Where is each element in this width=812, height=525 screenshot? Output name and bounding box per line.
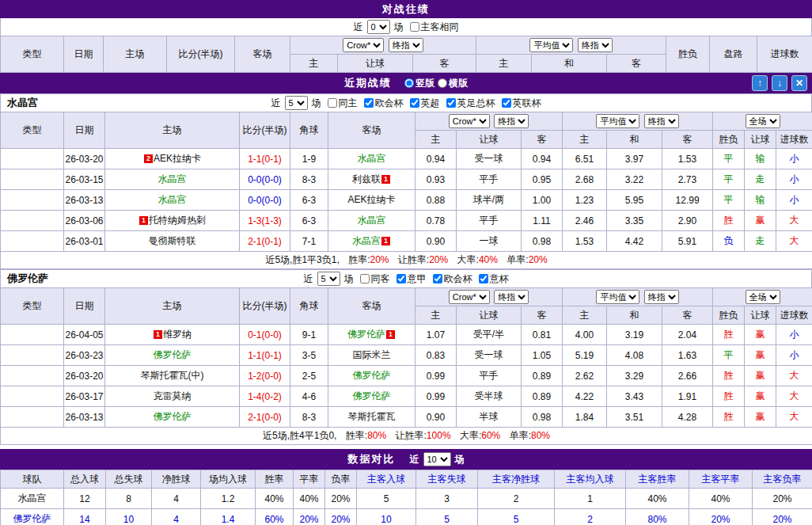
score: 2-1(0-0): [240, 407, 290, 428]
odds-time-select[interactable]: 终指: [494, 114, 529, 128]
team2-league-uecl-input[interactable]: [433, 274, 442, 283]
result: 胜: [713, 407, 745, 428]
team2-same-away-checkbox[interactable]: 同客: [357, 272, 390, 286]
goals-result: 大: [776, 231, 812, 252]
home-team-name[interactable]: 托特纳姆热刺: [149, 215, 206, 226]
same-home-away-checkbox-input[interactable]: [410, 22, 419, 32]
team1-league-eflcup-checkbox[interactable]: 英联杯: [499, 97, 541, 110]
average-select[interactable]: 平均值: [596, 114, 639, 128]
same-home-away-checkbox[interactable]: 主客相同: [407, 21, 459, 34]
avg-draw: 4.42: [607, 231, 662, 252]
home-team-name[interactable]: 琴斯托霍瓦(中): [141, 370, 204, 381]
comparison-near-select[interactable]: 10: [423, 452, 451, 466]
corner-score: 2-5: [290, 366, 328, 386]
bookmaker-select[interactable]: Crow*: [343, 38, 384, 52]
horizontal-layout-radio[interactable]: 横版: [434, 77, 468, 90]
team2-league-coppa-input[interactable]: [479, 274, 488, 283]
odds-time-select[interactable]: 终指: [494, 290, 529, 304]
home-team-cell: 琴斯托霍瓦(中): [105, 366, 240, 386]
home-team-name[interactable]: 克雷莫纳: [154, 390, 192, 401]
home-odds: 0.93: [415, 169, 457, 190]
team2-league-seriea-input[interactable]: [397, 274, 406, 283]
horizontal-radio-input[interactable]: [438, 78, 447, 88]
red-card-badge: 2: [144, 154, 153, 163]
home-team-cell: 1托特纳姆热刺: [105, 211, 240, 231]
average-time-select[interactable]: 终指: [644, 290, 679, 304]
team1-same-home-checkbox[interactable]: 同主: [324, 97, 358, 110]
stat-value: 4: [152, 489, 201, 509]
home-team-name[interactable]: 水晶宫: [158, 173, 187, 185]
col-result: 胜负: [666, 36, 710, 73]
team1-league-uecl-input[interactable]: [364, 98, 374, 108]
col-date: 日期: [64, 36, 104, 73]
team1-league-eflcup-input[interactable]: [502, 98, 511, 108]
full-match-select[interactable]: 全场: [746, 290, 780, 304]
team1-league-facup-input[interactable]: [446, 98, 456, 108]
vertical-layout-radio[interactable]: 竖版: [401, 77, 434, 90]
team2-same-away-checkbox-input[interactable]: [360, 274, 370, 283]
team1-league-uecl-checkbox[interactable]: 欧会杯: [361, 97, 404, 110]
home-team-name[interactable]: 佛罗伦萨: [154, 349, 192, 360]
home-odds: 1.07: [415, 325, 457, 345]
close-button[interactable]: ✕: [791, 75, 807, 91]
red-card-badge: 1: [139, 216, 148, 225]
home-team-name[interactable]: AEK拉纳卡: [154, 153, 201, 164]
team2-league-uecl-checkbox[interactable]: 欧会杯: [430, 272, 472, 286]
stat-value: 40%: [689, 489, 753, 509]
handicap: 受半球: [457, 386, 522, 407]
away-odds: 0.98: [522, 231, 563, 252]
away-team-name[interactable]: 琴斯托霍瓦: [348, 411, 396, 422]
team1-near-select[interactable]: 5: [285, 96, 308, 110]
home-team-name[interactable]: 佛罗伦萨: [154, 411, 192, 422]
corner-score: 8-3: [290, 407, 328, 428]
result: 平: [713, 345, 745, 366]
move-down-button[interactable]: ↓: [772, 75, 787, 91]
away-team-name[interactable]: 佛罗伦萨: [353, 390, 391, 401]
team1-league-facup-checkbox[interactable]: 英足总杯: [443, 97, 495, 110]
bookmaker-select[interactable]: Crow*: [449, 114, 490, 128]
away-team-name[interactable]: 水晶宫: [352, 235, 381, 246]
team1-league-epl-checkbox[interactable]: 英超: [407, 97, 440, 110]
away-team-name[interactable]: 水晶宫: [358, 215, 386, 226]
away-team-name[interactable]: 水晶宫: [358, 153, 386, 164]
vertical-radio-input[interactable]: [404, 78, 414, 88]
bookmaker-select[interactable]: Crow*: [449, 290, 490, 304]
league-badge: 英超: [1, 231, 64, 252]
average-select[interactable]: 平均值: [529, 38, 573, 52]
handicap-result: 赢: [745, 345, 776, 366]
home-team-name[interactable]: 维罗纳: [163, 329, 192, 340]
full-match-select[interactable]: 全场: [746, 114, 780, 128]
away-team-name[interactable]: 佛罗伦萨: [353, 370, 391, 381]
league-badge: 英超: [1, 211, 64, 231]
team1-filter-row: 水晶宫 近 5 场 同主 欧会杯 英超 英足总杯 英联杯: [0, 93, 812, 112]
away-team-name[interactable]: 国际米兰: [353, 349, 391, 360]
col-result: 胜负: [713, 306, 745, 325]
h2h-near-select[interactable]: 0: [367, 20, 390, 34]
comparison-row: 水晶宫 12 8 4 1.2 40% 40% 20% 5 3 2 1 40% 4…: [1, 489, 812, 509]
home-team-cell: 佛罗伦萨: [105, 407, 240, 428]
away-team-name[interactable]: AEK拉纳卡: [347, 194, 395, 205]
stat-value: 1.4: [201, 509, 256, 525]
match-row: 英超 26-03-01 曼彻斯特联 2-1(0-1) 7-1 水晶宫1 0.90…: [1, 231, 812, 252]
home-team-name[interactable]: 水晶宫: [158, 194, 187, 205]
away-team-cell: 佛罗伦萨1: [328, 325, 415, 345]
team1-league-epl-input[interactable]: [410, 98, 419, 108]
team2-near-select[interactable]: 5: [317, 272, 340, 286]
corner-score: 4-6: [290, 386, 328, 407]
team2-league-seriea-checkbox[interactable]: 意甲: [393, 272, 427, 286]
odds-time-select[interactable]: 终指: [389, 38, 423, 52]
corner-score: 8-3: [290, 169, 328, 190]
away-team-name[interactable]: 佛罗伦萨: [347, 329, 385, 340]
avg-draw: 3.35: [607, 211, 662, 231]
away-team-name[interactable]: 利兹联: [352, 173, 381, 185]
average-select[interactable]: 平均值: [596, 290, 639, 304]
team1-same-home-checkbox-input[interactable]: [328, 98, 337, 108]
avg-home: 1.53: [563, 231, 607, 252]
team2-league-coppa-checkbox[interactable]: 意杯: [476, 272, 509, 286]
match-date: 26-03-20: [64, 149, 105, 169]
home-team-name[interactable]: 曼彻斯特联: [149, 235, 196, 246]
average-time-select[interactable]: 终指: [578, 38, 613, 52]
team1-recent-table: 类型 日期 主场 比分(半场) 角球 客场 Crow* 终指 平均值 终指 全场: [0, 112, 812, 269]
average-time-select[interactable]: 终指: [644, 114, 679, 128]
move-up-button[interactable]: ↑: [752, 75, 768, 91]
